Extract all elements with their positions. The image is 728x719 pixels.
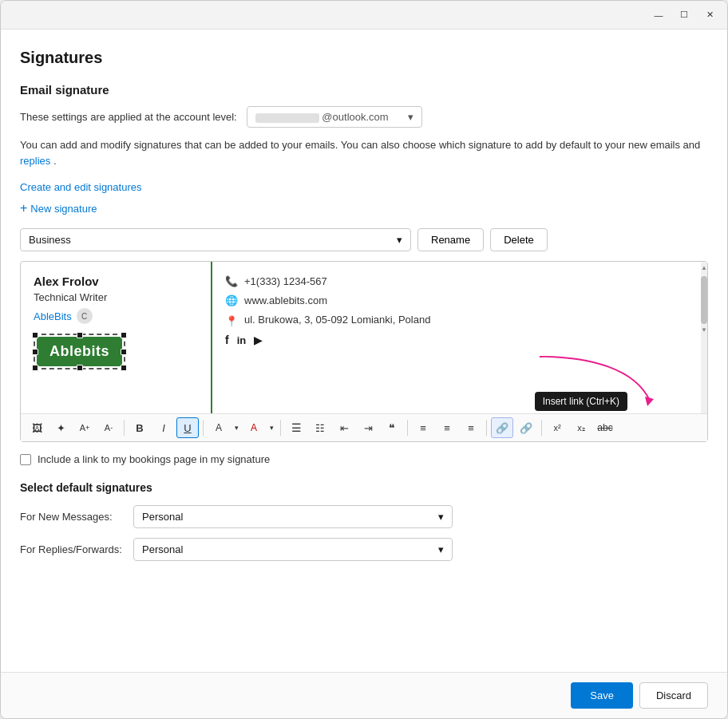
resize-handle-br[interactable] <box>121 365 127 371</box>
toolbar-separator-6 <box>541 420 542 436</box>
bookings-row: Include a link to my bookings page in my… <box>20 453 708 465</box>
main-content: Signatures Email signature These setting… <box>1 30 727 672</box>
strikethrough-button[interactable]: abc <box>594 417 616 438</box>
phone-value: +1(333) 1234-567 <box>244 275 327 287</box>
globe-icon: 🌐 <box>225 294 238 306</box>
social-icons-row: f in ▶ <box>225 334 694 346</box>
replies-row: For Replies/Forwards: Personal ▾ <box>20 538 708 561</box>
outdent-button[interactable]: ⇤ <box>333 417 355 438</box>
chevron-down-icon: ▾ <box>438 543 444 555</box>
align-right-button[interactable]: ≡ <box>460 417 482 438</box>
facebook-icon: f <box>225 334 229 346</box>
linkedin-icon: in <box>237 334 247 346</box>
bold-button[interactable]: B <box>129 417 151 438</box>
phone-contact: 📞 +1(333) 1234-567 <box>225 275 694 287</box>
quote-button[interactable]: ❝ <box>381 417 403 438</box>
align-center-button[interactable]: ≡ <box>436 417 458 438</box>
toolbar-separator-5 <box>486 420 487 436</box>
rename-button[interactable]: Rename <box>417 228 484 251</box>
highlight-arrow[interactable]: ▾ <box>231 417 241 438</box>
bookings-checkbox[interactable] <box>20 454 31 465</box>
email-signature-label: Email signature <box>20 83 708 97</box>
ablebits-logo-container[interactable]: Ablebits <box>34 334 125 369</box>
plus-icon: + <box>20 201 27 215</box>
main-window: — ☐ ✕ Signatures Email signature These s… <box>0 0 728 719</box>
highlight-button[interactable]: A <box>208 417 230 438</box>
signature-content-area: Alex Frolov Technical Writer AbleBits C … <box>21 262 707 413</box>
toolbar-separator-1 <box>124 420 125 436</box>
underline-button[interactable]: U <box>176 417 199 438</box>
toolbar-separator-2 <box>203 420 204 436</box>
description-text: You can add and modify signatures that c… <box>20 137 706 168</box>
close-button[interactable]: ✕ <box>698 7 721 23</box>
default-sigs-title: Select default signatures <box>20 481 708 494</box>
font-color-arrow[interactable]: ▾ <box>267 417 276 438</box>
selected-signature-label: Business <box>29 234 71 246</box>
chevron-down-icon: ▾ <box>397 234 402 246</box>
delete-button[interactable]: Delete <box>490 228 548 251</box>
discard-button[interactable]: Discard <box>639 682 708 709</box>
youtube-icon: ▶ <box>254 334 262 346</box>
remove-link-button[interactable]: 🔗 <box>515 417 537 438</box>
scroll-up-button[interactable]: ▲ <box>701 262 707 273</box>
numbering-button[interactable]: ☷ <box>309 417 331 438</box>
email-mask <box>255 113 319 123</box>
minimize-button[interactable]: — <box>647 7 670 23</box>
editor-scrollbar[interactable]: ▲ ▼ <box>701 262 707 413</box>
new-messages-label: For New Messages: <box>20 511 124 523</box>
italic-button[interactable]: I <box>152 417 175 438</box>
resize-handle-tc[interactable] <box>77 332 83 338</box>
address-contact: 📍 ul. Brukowa, 3, 05-092 Lomianki, Polan… <box>225 313 694 327</box>
insert-link-button[interactable]: 🔗 <box>491 417 513 438</box>
logo-resize-handles <box>32 332 127 371</box>
new-messages-dropdown[interactable]: Personal ▾ <box>133 505 453 528</box>
account-row: These settings are applied at the accoun… <box>20 106 708 128</box>
create-edit-link[interactable]: Create and edit signatures <box>20 181 708 193</box>
title-bar: — ☐ ✕ <box>1 1 727 30</box>
signature-selector-row: Business ▾ Rename Delete <box>20 228 708 251</box>
resize-handle-bl[interactable] <box>32 365 38 371</box>
new-signature-button[interactable]: + New signature <box>20 201 97 215</box>
signature-job-title: Technical Writer <box>34 291 198 303</box>
resize-handle-mr[interactable] <box>121 349 127 355</box>
website-value: www.ablebits.com <box>244 294 327 306</box>
footer: Save Discard <box>1 672 727 718</box>
resize-handle-tr[interactable] <box>121 332 127 338</box>
insert-image-button[interactable]: 🖼 <box>26 417 48 438</box>
tooltip-text: Insert link (Ctrl+K) <box>543 396 619 407</box>
scroll-down-button[interactable]: ▼ <box>701 324 707 335</box>
formatting-toolbar: 🖼 ✦ A+ A- B I U A ▾ A ▾ ☰ ☷ ⇤ ⇥ ❝ ≡ <box>21 413 707 441</box>
masked-email: @outlook.com <box>255 111 389 123</box>
account-select[interactable]: @outlook.com ▾ <box>247 106 422 128</box>
font-size-up-button[interactable]: A+ <box>73 417 96 438</box>
resize-handle-tl[interactable] <box>32 332 38 338</box>
save-button[interactable]: Save <box>571 682 633 709</box>
maximize-button[interactable]: ☐ <box>673 7 695 23</box>
signature-left-panel: Alex Frolov Technical Writer AbleBits C … <box>21 262 212 413</box>
font-color-button[interactable]: A <box>243 417 265 438</box>
new-messages-row: For New Messages: Personal ▾ <box>20 505 708 528</box>
bullets-button[interactable]: ☰ <box>285 417 307 438</box>
signature-editor[interactable]: Alex Frolov Technical Writer AbleBits C … <box>20 261 708 442</box>
resize-handle-ml[interactable] <box>32 349 38 355</box>
new-signature-label: New signature <box>30 203 97 215</box>
location-icon: 📍 <box>225 314 238 327</box>
account-level-label: These settings are applied at the accoun… <box>20 111 237 123</box>
font-size-down-button[interactable]: A- <box>97 417 120 438</box>
scrollbar-thumb[interactable] <box>701 276 707 324</box>
replies-link[interactable]: replies <box>20 155 50 167</box>
superscript-button[interactable]: x² <box>546 417 568 438</box>
address-value: ul. Brukowa, 3, 05-092 Lomianki, Poland <box>244 313 430 327</box>
replies-dropdown[interactable]: Personal ▾ <box>133 538 453 561</box>
indent-button[interactable]: ⇥ <box>357 417 379 438</box>
signature-right-panel: 📞 +1(333) 1234-567 🌐 www.ablebits.com 📍 … <box>212 262 707 413</box>
resize-handle-bc[interactable] <box>77 365 83 371</box>
clear-format-button[interactable]: ✦ <box>49 417 72 438</box>
toolbar-separator-4 <box>407 420 408 436</box>
replies-label: For Replies/Forwards: <box>20 543 124 555</box>
phone-icon: 📞 <box>225 275 238 287</box>
align-left-button[interactable]: ≡ <box>412 417 434 438</box>
signature-dropdown[interactable]: Business ▾ <box>20 228 411 251</box>
subscript-button[interactable]: x₂ <box>570 417 592 438</box>
window-controls: — ☐ ✕ <box>647 7 721 23</box>
